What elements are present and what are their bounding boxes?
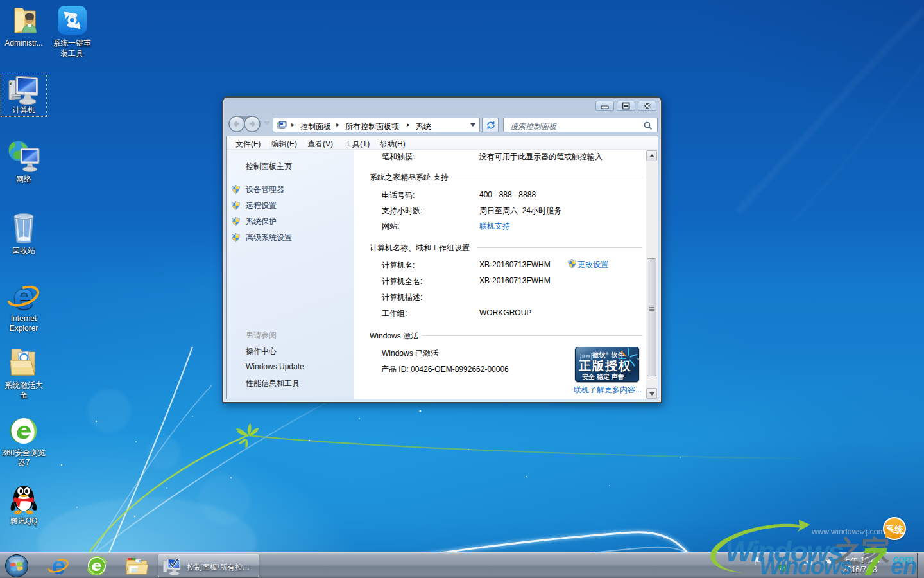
svg-text:TM: TM xyxy=(637,358,639,361)
